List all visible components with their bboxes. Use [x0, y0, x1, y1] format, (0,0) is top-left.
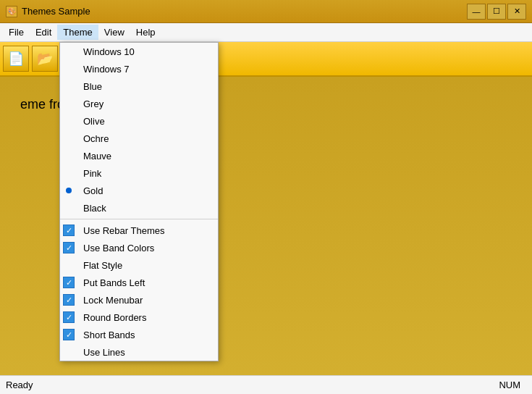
- use-band-label: Use Band Colors: [83, 243, 154, 253]
- menu-item-lines[interactable]: Use Lines: [60, 343, 218, 361]
- round-checkbox: ✓: [63, 311, 75, 323]
- maximize-button[interactable]: ☐: [487, 4, 506, 20]
- flat-label: Flat Style: [83, 260, 122, 271]
- status-bar: Ready NUM: [0, 375, 532, 394]
- menu-view[interactable]: View: [98, 25, 130, 40]
- menu-item-lock-menu[interactable]: ✓ Lock Menubar: [60, 291, 218, 309]
- menu-item-windows10[interactable]: Windows 10: [60, 43, 218, 60]
- gold-label: Gold: [83, 185, 103, 196]
- menu-help[interactable]: Help: [130, 25, 161, 40]
- menu-item-use-band[interactable]: ✓ Use Band Colors: [60, 239, 218, 256]
- lines-label: Use Lines: [83, 347, 125, 358]
- status-left: Ready: [6, 380, 33, 390]
- menu-edit[interactable]: Edit: [30, 25, 57, 40]
- menu-item-blue[interactable]: Blue: [60, 77, 218, 95]
- blue-label: Blue: [83, 81, 102, 92]
- toolbar-new-button[interactable]: 📄: [3, 46, 29, 72]
- dropdown-separator-1: [60, 219, 218, 219]
- lock-menu-label: Lock Menubar: [83, 295, 143, 306]
- gold-radio-dot: [66, 188, 72, 193]
- use-rebar-checkbox: ✓: [63, 225, 75, 236]
- menu-item-grey[interactable]: Grey: [60, 95, 218, 112]
- use-rebar-label: Use Rebar Themes: [83, 225, 164, 236]
- black-label: Black: [83, 203, 106, 214]
- mauve-label: Mauve: [83, 151, 111, 162]
- menu-theme[interactable]: Theme: [57, 25, 98, 40]
- theme-dropdown-menu: Windows 10 Windows 7 Blue Grey Olive Och…: [59, 42, 219, 361]
- menu-item-gold[interactable]: Gold: [60, 182, 218, 199]
- menu-bar: File Edit Theme View Help: [0, 23, 532, 42]
- olive-label: Olive: [83, 116, 105, 127]
- menu-item-pink[interactable]: Pink: [60, 164, 218, 182]
- toolbar-open-button[interactable]: 📂: [32, 46, 58, 72]
- short-checkbox: ✓: [63, 329, 75, 340]
- title-text: Themes Sample: [22, 6, 90, 17]
- lock-menu-checkbox: ✓: [63, 294, 75, 306]
- menu-item-olive[interactable]: Olive: [60, 112, 218, 130]
- menu-item-round[interactable]: ✓ Round Borders: [60, 309, 218, 326]
- bands-left-checkbox: ✓: [63, 277, 75, 288]
- minimize-button[interactable]: —: [467, 4, 486, 20]
- app-window: 🎨 Themes Sample — ☐ ✕ File Edit Theme Vi…: [0, 0, 532, 394]
- menu-file[interactable]: File: [3, 25, 30, 40]
- ochre-label: Ochre: [83, 133, 109, 144]
- menu-item-short[interactable]: ✓ Short Bands: [60, 326, 218, 343]
- menu-item-mauve[interactable]: Mauve: [60, 147, 218, 164]
- menu-item-ochre[interactable]: Ochre: [60, 130, 218, 147]
- close-button[interactable]: ✕: [507, 4, 526, 20]
- round-label: Round Borders: [83, 312, 146, 323]
- menu-item-bands-left[interactable]: ✓ Put Bands Left: [60, 274, 218, 291]
- bands-left-label: Put Bands Left: [83, 277, 145, 288]
- grey-label: Grey: [83, 98, 104, 109]
- status-right: NUM: [499, 380, 526, 390]
- menu-item-windows7[interactable]: Windows 7: [60, 60, 218, 77]
- pink-label: Pink: [83, 168, 101, 179]
- short-label: Short Bands: [83, 330, 135, 340]
- menu-item-flat[interactable]: Flat Style: [60, 256, 218, 274]
- windows7-label: Windows 7: [83, 64, 130, 75]
- windows10-label: Windows 10: [83, 46, 135, 57]
- app-icon: 🎨: [6, 6, 17, 17]
- use-band-checkbox: ✓: [63, 242, 75, 253]
- menu-item-use-rebar[interactable]: ✓ Use Rebar Themes: [60, 222, 218, 239]
- menu-item-black[interactable]: Black: [60, 199, 218, 217]
- title-bar: 🎨 Themes Sample — ☐ ✕: [0, 0, 532, 23]
